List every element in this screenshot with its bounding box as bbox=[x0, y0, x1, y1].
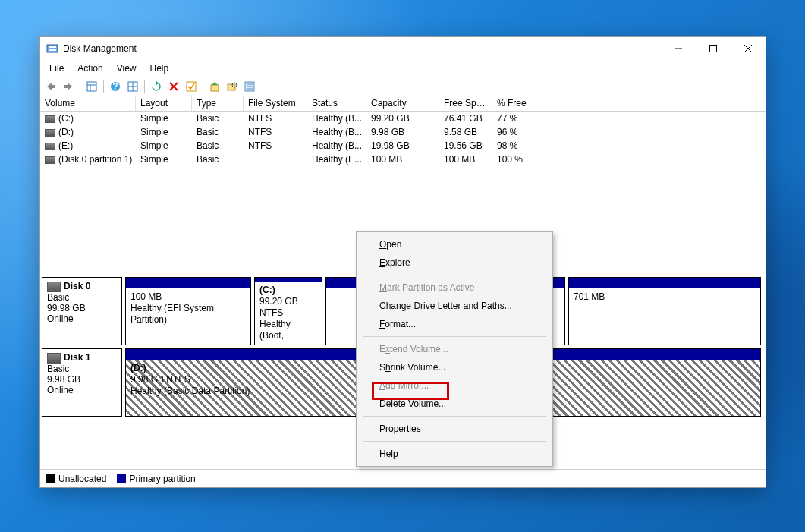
legend-bar: Unallocated Primary partition bbox=[40, 469, 766, 487]
ctx-add-mirror: Add Mirror... bbox=[357, 376, 552, 395]
partition[interactable]: 100 MBHealthy (EFI System Partition) bbox=[125, 277, 251, 345]
ctx-help[interactable]: Help bbox=[357, 445, 552, 463]
fs-cell: NTFS bbox=[244, 113, 307, 124]
disk-info[interactable]: Disk 0Basic99.98 GBOnline bbox=[42, 277, 122, 345]
status-cell: Healthy (B... bbox=[307, 113, 366, 124]
free-cell: 19.56 GB bbox=[439, 140, 492, 151]
back-button[interactable] bbox=[43, 79, 58, 94]
svg-rect-0 bbox=[47, 45, 58, 52]
help-icon[interactable]: ? bbox=[108, 79, 123, 94]
menu-help[interactable]: Help bbox=[144, 61, 175, 75]
status-cell: Healthy (E... bbox=[307, 154, 366, 165]
legend-unallocated-label: Unallocated bbox=[58, 474, 106, 484]
type-cell: Basic bbox=[192, 113, 244, 124]
status-cell: Healthy (B... bbox=[307, 127, 366, 137]
menu-action[interactable]: Action bbox=[71, 61, 108, 75]
ctx-mark-active: Mark Partition as Active bbox=[357, 279, 552, 297]
context-menu: Open Explore Mark Partition as Active Ch… bbox=[356, 231, 553, 467]
volume-icon bbox=[45, 156, 55, 164]
capacity-cell: 100 MB bbox=[366, 154, 439, 165]
partition[interactable]: 701 MB bbox=[568, 277, 761, 345]
capacity-cell: 9.98 GB bbox=[366, 127, 439, 137]
col-filesystem[interactable]: File System bbox=[244, 96, 307, 111]
menu-view[interactable]: View bbox=[111, 61, 143, 75]
properties-icon[interactable] bbox=[242, 79, 257, 94]
partition-body: 701 MB bbox=[569, 288, 760, 345]
partition-body: 100 MBHealthy (EFI System Partition) bbox=[126, 288, 250, 345]
volume-row[interactable]: (C:)SimpleBasicNTFSHealthy (B...99.20 GB… bbox=[40, 112, 766, 125]
ctx-shrink[interactable]: Shrink Volume... bbox=[357, 358, 552, 376]
check-icon[interactable] bbox=[184, 79, 199, 94]
volume-row[interactable]: (E:)SimpleBasicNTFSHealthy (B...19.98 GB… bbox=[40, 139, 766, 153]
volume-row[interactable]: (Disk 0 partition 1)SimpleBasicHealthy (… bbox=[40, 153, 766, 166]
ctx-delete-volume[interactable]: Delete Volume... bbox=[357, 395, 552, 413]
minimize-button[interactable] bbox=[661, 37, 696, 60]
pct-cell: 77 % bbox=[492, 113, 539, 124]
menu-file[interactable]: File bbox=[43, 61, 70, 75]
status-cell: Healthy (B... bbox=[307, 140, 366, 151]
col-status[interactable]: Status bbox=[307, 96, 366, 111]
ctx-extend: Extend Volume... bbox=[357, 340, 552, 358]
col-free[interactable]: Free Spa... bbox=[439, 96, 492, 111]
layout-cell: Simple bbox=[136, 113, 192, 124]
ctx-properties[interactable]: Properties bbox=[357, 420, 552, 438]
title-bar[interactable]: Disk Management bbox=[40, 37, 766, 60]
svg-rect-9 bbox=[87, 82, 96, 91]
toolbar-pane-icon[interactable] bbox=[84, 79, 99, 94]
type-cell: Basic bbox=[192, 127, 244, 137]
svg-text:?: ? bbox=[112, 81, 118, 92]
volume-icon bbox=[45, 129, 55, 137]
ctx-change-letter[interactable]: Change Drive Letter and Paths... bbox=[357, 297, 552, 315]
legend-unallocated: Unallocated bbox=[46, 474, 106, 484]
col-volume[interactable]: Volume bbox=[40, 96, 136, 111]
window-title: Disk Management bbox=[63, 43, 137, 54]
fs-cell: NTFS bbox=[244, 140, 307, 151]
col-layout[interactable]: Layout bbox=[136, 96, 192, 111]
search-drive-icon[interactable] bbox=[225, 79, 240, 94]
svg-rect-2 bbox=[49, 49, 56, 51]
free-cell: 100 MB bbox=[439, 154, 492, 165]
volume-icon bbox=[45, 115, 55, 123]
capacity-cell: 19.98 GB bbox=[366, 140, 439, 151]
capacity-cell: 99.20 GB bbox=[366, 113, 439, 124]
svg-rect-8 bbox=[64, 85, 68, 88]
toolbar-grid-icon[interactable] bbox=[125, 79, 140, 94]
list-header: Volume Layout Type File System Status Ca… bbox=[40, 96, 766, 112]
svg-rect-7 bbox=[52, 85, 55, 88]
delete-icon[interactable] bbox=[166, 79, 181, 94]
free-cell: 76.41 GB bbox=[439, 113, 492, 124]
volume-name-cell: (Disk 0 partition 1) bbox=[40, 154, 136, 165]
close-button[interactable] bbox=[731, 37, 766, 60]
pct-cell: 96 % bbox=[492, 127, 539, 137]
layout-cell: Simple bbox=[136, 127, 192, 137]
forward-button[interactable] bbox=[61, 79, 76, 94]
ctx-format[interactable]: Format... bbox=[357, 315, 552, 333]
ctx-open-rest: pen bbox=[386, 239, 401, 250]
refresh-icon[interactable] bbox=[149, 79, 164, 94]
partition[interactable]: (C:)99.20 GB NTFSHealthy (Boot, bbox=[254, 277, 322, 345]
partition-body: (C:)99.20 GB NTFSHealthy (Boot, bbox=[255, 282, 322, 345]
legend-primary: Primary partition bbox=[117, 474, 195, 484]
col-pctfree[interactable]: % Free bbox=[492, 96, 539, 111]
app-icon bbox=[46, 42, 58, 55]
partition-bar bbox=[126, 278, 250, 288]
type-cell: Basic bbox=[192, 140, 244, 151]
ctx-open[interactable]: Open bbox=[357, 235, 552, 253]
disk-icon bbox=[47, 353, 61, 364]
volume-row[interactable]: (D:)SimpleBasicNTFSHealthy (B...9.98 GB9… bbox=[40, 125, 766, 139]
volume-name-cell: (D:) bbox=[40, 127, 136, 137]
layout-cell: Simple bbox=[136, 154, 192, 165]
volume-name-cell: (E:) bbox=[40, 140, 136, 151]
partition-bar bbox=[569, 278, 760, 288]
svg-rect-4 bbox=[710, 46, 717, 52]
ctx-explore[interactable]: Explore bbox=[357, 253, 552, 272]
col-type[interactable]: Type bbox=[192, 96, 244, 111]
fs-cell: NTFS bbox=[244, 127, 307, 137]
disk-info[interactable]: Disk 1Basic9.98 GBOnline bbox=[42, 348, 122, 417]
maximize-button[interactable] bbox=[696, 37, 731, 60]
col-capacity[interactable]: Capacity bbox=[366, 96, 439, 111]
svg-line-23 bbox=[236, 87, 237, 88]
layout-cell: Simple bbox=[136, 140, 192, 151]
eject-icon[interactable] bbox=[207, 79, 222, 94]
svg-rect-1 bbox=[49, 46, 56, 48]
